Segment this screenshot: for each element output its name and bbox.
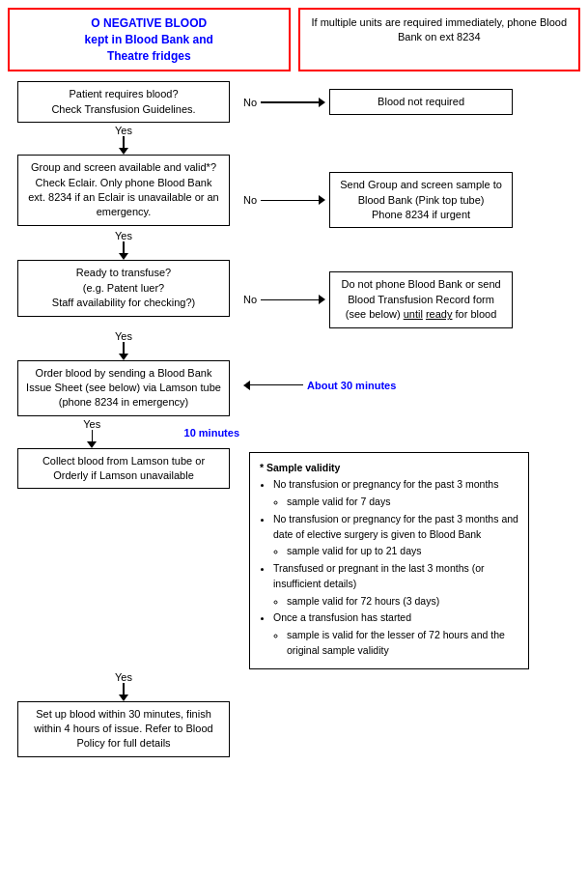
sample-validity-list: No transfusion or pregnancy for the past…: [260, 477, 518, 658]
step6-text: Set up blood within 30 minutes, finish w…: [34, 708, 212, 750]
step1-no-box: Blood not required: [329, 89, 513, 115]
flowchart: Patient requires blood?Check Transfusion…: [8, 81, 580, 756]
sv-item-4-sub: sample is valid for the lesser of 72 hou…: [287, 628, 518, 659]
step2-no-label: No: [243, 194, 257, 206]
step1-box: Patient requires blood?Check Transfusion…: [17, 81, 230, 123]
sv-item-1: No transfusion or pregnancy for the past…: [273, 477, 518, 510]
sv-item-1-sub: sample valid for 7 days: [287, 495, 518, 510]
top-left-box: O NEGATIVE BLOODkept in Blood Bank andTh…: [8, 8, 291, 71]
step2-no-box: Send Group and screen sample to Blood Ba…: [329, 172, 513, 228]
page: O NEGATIVE BLOODkept in Blood Bank andTh…: [0, 0, 588, 765]
step1-no-text: Blood not required: [378, 96, 464, 107]
step1-yes: Yes: [115, 125, 132, 136]
about-30-label: About 30 minutes: [307, 380, 396, 391]
step4-yes: Yes: [83, 418, 100, 430]
step1-text: Patient requires blood?Check Transfusion…: [51, 88, 195, 114]
sv-item-2: No transfusion or pregnancy for the past…: [273, 512, 518, 559]
step3-no-label: No: [243, 294, 257, 305]
step3-text: Ready to transfuse?(e.g. Patent luer?Sta…: [52, 267, 195, 308]
step4-box: Order blood by sending a Blood Bank Issu…: [17, 360, 230, 416]
top-left-text: O NEGATIVE BLOODkept in Blood Bank andTh…: [85, 16, 213, 63]
step3-no-text: Do not phone Blood Bank or send Blood Tr…: [342, 278, 501, 320]
step4-text: Order blood by sending a Blood Bank Issu…: [26, 367, 221, 409]
sv-item-4: Once a transfusion has started sample is…: [273, 610, 518, 658]
step2-box: Group and screen available and valid*? C…: [17, 155, 230, 226]
top-right-text: If multiple units are required immediate…: [311, 16, 567, 43]
sample-validity-title: * Sample validity: [260, 461, 518, 476]
step3-no-box: Do not phone Blood Bank or send Blood Tr…: [329, 271, 513, 327]
step5-yes: Yes: [115, 671, 132, 683]
sv-item-3: Transfused or pregnant in the last 3 mon…: [273, 561, 518, 609]
sv-item-2-sub: sample valid for up to 21 days: [287, 544, 518, 559]
step3-yes: Yes: [115, 330, 132, 342]
top-row: O NEGATIVE BLOODkept in Blood Bank andTh…: [8, 8, 580, 71]
step6-box: Set up blood within 30 minutes, finish w…: [17, 701, 230, 757]
sv-item-3-sub: sample valid for 72 hours (3 days): [287, 594, 518, 610]
step2-no-text: Send Group and screen sample to Blood Ba…: [340, 179, 502, 220]
step3-box: Ready to transfuse?(e.g. Patent luer?Sta…: [17, 260, 230, 316]
step2-yes: Yes: [115, 230, 132, 241]
step1-no-label: No: [243, 97, 257, 108]
sample-validity-box: * Sample validity No transfusion or preg…: [249, 452, 529, 669]
top-right-box: If multiple units are required immediate…: [298, 8, 581, 71]
step5-text: Collect blood from Lamson tube or Orderl…: [42, 455, 205, 481]
ten-min-label: 10 minutes: [184, 427, 239, 439]
step5-box: Collect blood from Lamson tube or Orderl…: [17, 448, 230, 490]
step2-text: Group and screen available and valid*? C…: [28, 161, 219, 217]
